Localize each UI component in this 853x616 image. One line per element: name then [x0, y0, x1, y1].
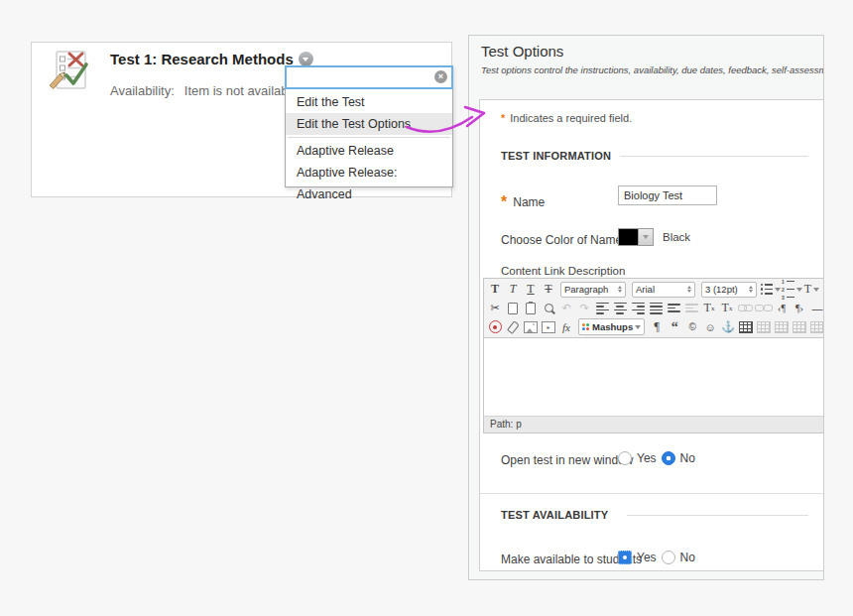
- test-item-title[interactable]: Test 1: Research Methods: [110, 51, 294, 67]
- emoticon-icon[interactable]: ☺: [702, 318, 719, 335]
- panel-title: Test Options: [481, 43, 563, 60]
- menu-item-adaptive-release[interactable]: Adaptive Release: [286, 140, 452, 162]
- editor-path-bar: Path: p: [483, 416, 824, 433]
- rich-text-editor: T T T T Paragraph Arial 3 (: [483, 278, 824, 433]
- ltr-paragraph-icon[interactable]: ‹¶: [774, 300, 791, 316]
- availability-label: Availability:: [110, 83, 175, 98]
- make-available-yes-label: Yes: [637, 551, 657, 564]
- new-window-no-radio[interactable]: [662, 451, 675, 465]
- make-available-no-label: No: [680, 551, 695, 564]
- align-center-icon[interactable]: [612, 300, 629, 316]
- rtl-paragraph-icon[interactable]: ¶›: [792, 300, 808, 316]
- numbered-list-icon[interactable]: [782, 281, 802, 298]
- panel-subtitle: Test options control the instructions, a…: [481, 64, 823, 75]
- copy-icon[interactable]: [505, 300, 522, 316]
- attach-file-icon[interactable]: [505, 318, 522, 335]
- section-divider: [480, 493, 824, 494]
- close-icon[interactable]: [434, 70, 447, 83]
- insert-table-icon[interactable]: [738, 318, 755, 335]
- bullet-list-icon[interactable]: [761, 281, 782, 298]
- name-label: Name: [513, 195, 545, 209]
- editor-toolbar: T T T T Paragraph Arial 3 (: [483, 278, 824, 338]
- updown-arrows-icon: [687, 286, 691, 293]
- required-note: Indicates a required field.: [510, 112, 632, 124]
- justify-icon[interactable]: [648, 300, 665, 316]
- test-options-panel: Test Options Test options control the in…: [468, 35, 824, 580]
- description-label: Content Link Description: [501, 265, 625, 277]
- section-test-availability: TEST AVAILABILITY: [501, 509, 808, 521]
- new-window-yes-label: Yes: [637, 451, 657, 465]
- updown-arrows-icon: [618, 286, 622, 293]
- new-window-label: Open test in new window: [501, 453, 633, 467]
- indent-icon[interactable]: [666, 300, 682, 316]
- bold-icon[interactable]: T: [487, 281, 504, 298]
- copyright-icon[interactable]: ©: [684, 318, 701, 335]
- section-test-information: TEST INFORMATION: [501, 150, 808, 162]
- paragraph-style-select[interactable]: Paragraph: [560, 282, 626, 298]
- math-editor-icon[interactable]: fx: [558, 318, 575, 335]
- font-family-select[interactable]: Arial: [632, 282, 695, 298]
- editor-content-area[interactable]: [483, 338, 824, 416]
- updown-arrows-icon: [749, 286, 753, 293]
- anchor-icon[interactable]: ⚓: [720, 318, 737, 335]
- menu-search-input[interactable]: [285, 65, 453, 89]
- color-swatch-dropdown[interactable]: [618, 228, 654, 246]
- color-value: Black: [663, 231, 690, 243]
- insert-image-icon[interactable]: [523, 318, 540, 335]
- highlight-color-icon[interactable]: A: [821, 281, 824, 298]
- test-options-form: Indicates a required field. TEST INFORMA…: [479, 99, 824, 571]
- font-size-select[interactable]: 3 (12pt): [701, 282, 757, 298]
- undo-icon[interactable]: ↶: [558, 300, 575, 316]
- new-window-yes-radio[interactable]: [618, 451, 632, 465]
- table-ops-icon-4[interactable]: [809, 318, 824, 335]
- chevron-down-icon[interactable]: [638, 229, 653, 245]
- make-available-yes-radio[interactable]: [618, 551, 632, 564]
- superscript-icon[interactable]: Tx: [701, 300, 718, 316]
- required-asterisk-icon: [501, 112, 505, 124]
- table-ops-icon-1[interactable]: [756, 318, 773, 335]
- page: Test 1: Research Methods Availability: I…: [0, 0, 853, 616]
- insert-video-icon[interactable]: ▸: [541, 318, 557, 335]
- paragraph-mark-icon[interactable]: ¶: [649, 318, 666, 335]
- color-label: Choose Color of Name: [501, 233, 622, 247]
- table-ops-icon-2[interactable]: [774, 318, 791, 335]
- chevron-down-icon[interactable]: [299, 52, 313, 66]
- make-available-no-radio[interactable]: [662, 551, 675, 564]
- record-video-icon[interactable]: [487, 318, 504, 335]
- insert-link-icon[interactable]: [737, 300, 754, 316]
- underline-icon[interactable]: T: [523, 281, 540, 298]
- color-swatch-black: [619, 229, 638, 245]
- align-left-icon[interactable]: [594, 300, 611, 316]
- new-window-no-label: No: [680, 451, 695, 465]
- test-assessment-icon: [47, 49, 94, 100]
- text-color-icon[interactable]: T: [803, 281, 820, 298]
- subscript-icon[interactable]: Tx: [719, 300, 736, 316]
- italic-icon[interactable]: T: [505, 281, 522, 298]
- outdent-icon[interactable]: [683, 300, 700, 316]
- mashups-icon: [582, 323, 589, 330]
- remove-link-icon[interactable]: [755, 300, 773, 316]
- paste-icon[interactable]: [523, 300, 540, 316]
- strikethrough-icon[interactable]: T: [541, 281, 557, 298]
- name-input[interactable]: [618, 185, 717, 205]
- align-right-icon[interactable]: [630, 300, 647, 316]
- mashups-menu[interactable]: Mashups: [578, 318, 645, 335]
- table-ops-icon-3[interactable]: [792, 318, 808, 335]
- required-asterisk-icon: [501, 193, 507, 211]
- cut-icon[interactable]: ✂: [487, 300, 504, 316]
- redo-icon[interactable]: ↷: [576, 300, 593, 316]
- blockquote-icon[interactable]: “: [667, 318, 683, 335]
- annotation-arrow: [405, 99, 494, 143]
- horizontal-rule-icon[interactable]: —: [809, 300, 825, 316]
- menu-item-adaptive-release-advanced[interactable]: Adaptive Release: Advanced: [286, 162, 452, 184]
- find-icon[interactable]: [541, 300, 557, 316]
